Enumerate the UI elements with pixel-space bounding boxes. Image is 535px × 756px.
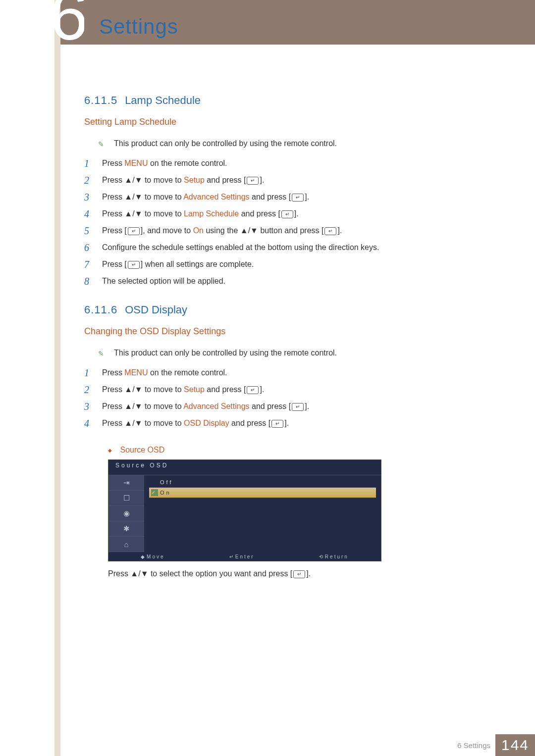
osd-title: Source OSD [108, 460, 381, 475]
pencil-icon: ✎ [98, 140, 104, 148]
step-text: Press ▲/▼ to move to Lamp Schedule and p… [102, 208, 495, 219]
note-osd: ✎ This product can only be controlled by… [98, 349, 495, 357]
post-osd-text: Press ▲/▼ to select the option you want … [108, 569, 495, 578]
subitem-source-osd: ◆ Source OSD [108, 446, 495, 454]
enter-icon: ↵ [247, 177, 259, 185]
step-number: 1 [84, 158, 93, 169]
step-number: 8 [84, 276, 93, 287]
osd-side-icon: ⌂ [108, 537, 144, 552]
step-number: 2 [84, 175, 93, 186]
section-number: 6.11.5 [84, 94, 122, 107]
footer-section-label: 6 Settings [457, 741, 490, 750]
step: 5Press [↵], and move to On using the ▲/▼… [84, 225, 495, 236]
step-number: 6 [84, 242, 93, 253]
highlight-text: MENU [124, 368, 148, 377]
text: Press ▲/▼ to move to [102, 176, 184, 184]
section-subtitle-osd: Changing the OSD Display Settings [84, 326, 495, 337]
enter-icon: ↵ [247, 386, 259, 394]
text: Press ▲/▼ to select the option you want … [108, 569, 292, 578]
text: ]. [260, 385, 264, 394]
osd-menu: Source OSD ⇥☐◉✱⌂ Off✓On Move Enter Retur… [108, 459, 381, 561]
enter-icon: ↵ [293, 570, 305, 578]
step: 1Press MENU on the remote control. [84, 158, 495, 169]
section-title: OSD Display [125, 303, 187, 316]
step: 1Press MENU on the remote control. [84, 367, 495, 378]
text: Press ▲/▼ to move to [102, 402, 183, 410]
osd-side-icon: ◉ [108, 506, 144, 521]
step-text: Press [↵] when all settings are complete… [102, 259, 495, 270]
steps-osd: 1Press MENU on the remote control.2Press… [84, 367, 495, 429]
osd-options: Off✓On [144, 475, 381, 552]
text: and press [ [250, 402, 291, 410]
step-number: 5 [84, 225, 93, 236]
text: Press [102, 368, 124, 377]
osd-body: ⇥☐◉✱⌂ Off✓On [108, 475, 381, 552]
page-footer: 6 Settings 144 [457, 734, 535, 756]
step-text: The selected option will be applied. [102, 276, 495, 287]
highlight-text: MENU [124, 159, 148, 167]
text: ]. [305, 193, 309, 201]
osd-screenshot: Source OSD ⇥☐◉✱⌂ Off✓On Move Enter Retur… [108, 459, 495, 561]
step-text: Press MENU on the remote control. [102, 367, 495, 378]
osd-option-label: Off [160, 479, 173, 485]
osd-foot-enter: Enter [229, 554, 255, 559]
pencil-icon: ✎ [98, 350, 104, 357]
text: and press [ [239, 209, 280, 218]
text: and press [ [229, 419, 271, 427]
step: 4Press ▲/▼ to move to Lamp Schedule and … [84, 208, 495, 219]
section-title: Lamp Schedule [125, 94, 201, 106]
section-heading-lamp: 6.11.5 Lamp Schedule [84, 94, 495, 107]
osd-side-icon: ⇥ [108, 475, 144, 491]
step: 4Press ▲/▼ to move to OSD Display and pr… [84, 418, 495, 429]
step-number: 3 [84, 192, 93, 202]
enter-icon: ↵ [128, 227, 140, 235]
step-number: 2 [84, 384, 93, 395]
note-lamp: ✎ This product can only be controlled by… [98, 139, 495, 148]
osd-foot-move: Move [141, 554, 164, 559]
footer-page-number: 144 [495, 734, 535, 756]
text: and press [ [205, 385, 246, 394]
text: ]. [305, 402, 309, 410]
osd-side-icon: ☐ [108, 491, 144, 506]
step-number: 1 [84, 367, 93, 378]
text: Press ▲/▼ to move to [102, 385, 184, 394]
highlight-text: Advanced Settings [183, 402, 249, 410]
text: Configure the schedule settings enabled … [102, 243, 379, 252]
step: 8The selected option will be applied. [84, 276, 495, 287]
text: Press ▲/▼ to move to [102, 419, 184, 427]
step-number: 4 [84, 418, 93, 429]
highlight-text: Setup [184, 176, 205, 184]
step-number: 3 [84, 401, 93, 412]
text: and press [ [205, 176, 246, 184]
text: on the remote control. [148, 159, 227, 167]
chapter-title: Settings [99, 15, 178, 39]
note-text: This product can only be controlled by u… [114, 139, 337, 148]
text: ]. [337, 226, 342, 235]
osd-side-icon: ✱ [108, 521, 144, 537]
steps-lamp: 1Press MENU on the remote control.2Press… [84, 158, 495, 287]
osd-sidebar: ⇥☐◉✱⌂ [108, 475, 144, 552]
step-text: Configure the schedule settings enabled … [102, 242, 495, 253]
subitem-label: Source OSD [120, 446, 164, 454]
note-text: This product can only be controlled by u… [114, 349, 337, 357]
side-stripe [54, 0, 60, 756]
text: Press [102, 159, 124, 167]
step: 3Press ▲/▼ to move to Advanced Settings … [84, 192, 495, 202]
step: 3Press ▲/▼ to move to Advanced Settings … [84, 401, 495, 412]
step: 7Press [↵] when all settings are complet… [84, 259, 495, 270]
highlight-text: Advanced Settings [183, 193, 249, 201]
osd-footer: Move Enter Return [108, 552, 381, 561]
step-text: Press ▲/▼ to move to Setup and press [↵]… [102, 175, 495, 186]
step: 2Press ▲/▼ to move to Setup and press [↵… [84, 384, 495, 395]
step-text: Press [↵], and move to On using the ▲/▼ … [102, 225, 495, 236]
enter-icon: ↵ [128, 261, 140, 269]
step-text: Press ▲/▼ to move to Setup and press [↵]… [102, 384, 495, 395]
step-text: Press MENU on the remote control. [102, 158, 495, 169]
step-number: 7 [84, 259, 93, 270]
osd-option-label: On [160, 490, 171, 496]
text: using the ▲/▼ button and press [ [204, 226, 323, 235]
text: Press [ [102, 260, 127, 268]
text: on the remote control. [148, 368, 227, 377]
text: ] when all settings are complete. [141, 260, 254, 268]
step: 2Press ▲/▼ to move to Setup and press [↵… [84, 175, 495, 186]
